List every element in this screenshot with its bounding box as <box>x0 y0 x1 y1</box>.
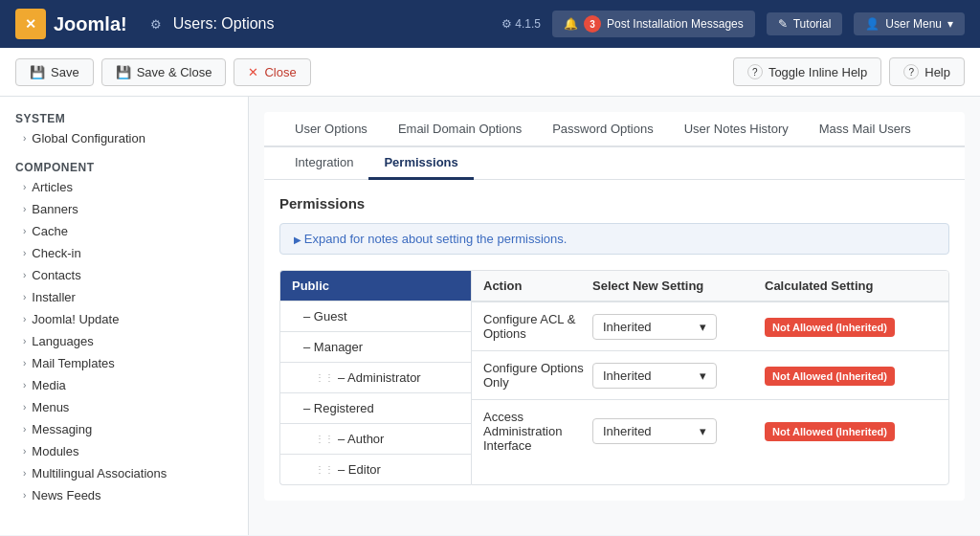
notification-badge: 3 <box>584 15 601 33</box>
sidebar-item-messaging[interactable]: › Messaging <box>0 418 248 440</box>
logo-text: Joomla! <box>54 13 127 35</box>
sidebar-item-modules[interactable]: › Modules <box>0 440 248 462</box>
header-calculated: Calculated Setting <box>765 279 937 293</box>
not-allowed-badge: Not Allowed (Inherited) <box>765 422 895 441</box>
dropdown-configure-acl[interactable]: Inherited ▾ <box>592 314 717 340</box>
select-configure-options[interactable]: Inherited ▾ <box>592 363 765 389</box>
sidebar-label: Articles <box>32 180 73 194</box>
sidebar-label: Messaging <box>32 422 92 436</box>
save-label: Save <box>51 65 79 79</box>
tab-user-notes-history[interactable]: User Notes History <box>669 112 804 147</box>
group-guest[interactable]: – Guest <box>280 302 471 332</box>
navbar: ✕ Joomla! ⚙ Users: Options ⚙ 4.1.5 🔔 3 P… <box>0 0 980 48</box>
sidebar-item-articles[interactable]: › Articles <box>0 176 248 198</box>
sub-tab-label: Integration <box>295 155 353 169</box>
select-access-admin[interactable]: Inherited ▾ <box>592 418 765 444</box>
tab-password[interactable]: Password Options <box>537 112 669 147</box>
group-editor[interactable]: ⋮⋮ – Editor <box>280 455 471 484</box>
post-install-button[interactable]: 🔔 3 Post Installation Messages <box>552 11 755 37</box>
sidebar-item-contacts[interactable]: › Contacts <box>0 264 248 286</box>
groups-list: Public – Guest – Manager ⋮⋮ – Administra… <box>279 270 471 485</box>
action-configure-options: Configure Options Only <box>483 361 592 390</box>
group-author[interactable]: ⋮⋮ – Author <box>280 424 471 455</box>
tab-mass-mail[interactable]: Mass Mail Users <box>804 112 926 147</box>
header-select: Select New Setting <box>592 279 765 293</box>
chevron-icon: › <box>23 133 26 144</box>
chevron-icon: › <box>23 402 26 413</box>
sidebar-label: Menus <box>32 400 69 414</box>
sidebar-item-news-feeds[interactable]: › News Feeds <box>0 484 248 506</box>
sidebar-item-mail-templates[interactable]: › Mail Templates <box>0 352 248 374</box>
group-manager[interactable]: – Manager <box>280 332 471 363</box>
toggle-inline-help-button[interactable]: ? Toggle Inline Help <box>733 57 881 86</box>
expand-note[interactable]: Expand for notes about setting the permi… <box>279 223 949 255</box>
sidebar-item-global-config[interactable]: › Global Configuration <box>0 127 248 149</box>
header-action: Action <box>483 279 592 293</box>
table-row: Configure ACL & Options Inherited ▾ Not … <box>472 302 948 351</box>
chevron-icon: › <box>23 314 26 324</box>
expand-note-text: Expand for notes about setting the permi… <box>304 232 568 246</box>
sidebar-label: Cache <box>32 224 68 238</box>
group-administrator[interactable]: ⋮⋮ – Administrator <box>280 363 471 393</box>
close-button[interactable]: ✕ Close <box>234 58 310 86</box>
save-close-button[interactable]: 💾 Save & Close <box>101 58 227 86</box>
sidebar-item-multilingual[interactable]: › Multilingual Associations <box>0 462 248 484</box>
chevron-icon: › <box>23 226 26 236</box>
sub-tabs-bar: Integration Permissions <box>264 147 965 180</box>
dropdown-value: Inherited <box>603 368 652 383</box>
calculated-access-admin: Not Allowed (Inherited) <box>765 424 937 438</box>
sidebar-item-joomla-update[interactable]: › Joomla! Update <box>0 308 248 330</box>
chevron-icon: › <box>23 358 26 368</box>
sidebar-item-cache[interactable]: › Cache <box>0 220 248 242</box>
help-icon: ? <box>903 64 919 79</box>
save-button[interactable]: 💾 Save <box>15 58 94 86</box>
sub-tab-permissions[interactable]: Permissions <box>368 147 473 180</box>
bell-icon: 🔔 <box>564 17 578 31</box>
tab-label: Email Domain Options <box>398 122 522 136</box>
tab-email-domain[interactable]: Email Domain Options <box>383 112 537 147</box>
calculated-configure-options: Not Allowed (Inherited) <box>765 368 937 383</box>
permissions-panel: Permissions Expand for notes about setti… <box>264 180 965 501</box>
joomla-logo[interactable]: ✕ Joomla! <box>15 9 127 39</box>
chevron-down-icon: ▾ <box>700 368 706 383</box>
permissions-layout: Public – Guest – Manager ⋮⋮ – Administra… <box>279 270 949 485</box>
sub-tab-integration[interactable]: Integration <box>279 147 368 180</box>
chevron-icon: › <box>23 380 26 391</box>
table-row: Access Administration Interface Inherite… <box>472 400 948 462</box>
toggle-help-icon: ? <box>747 64 763 79</box>
sidebar-item-languages[interactable]: › Languages <box>0 330 248 352</box>
tutorial-button[interactable]: ✎ Tutorial <box>767 12 843 35</box>
user-icon: 👤 <box>865 17 880 31</box>
sidebar-label: News Feeds <box>32 488 100 502</box>
chevron-icon: › <box>23 468 26 479</box>
tabs-bar: User Options Email Domain Options Passwo… <box>264 112 965 147</box>
sidebar-label: Banners <box>32 202 78 216</box>
action-configure-acl: Configure ACL & Options <box>483 312 592 341</box>
chevron-icon: › <box>23 424 26 435</box>
drag-handle-icon: ⋮⋮ <box>315 464 334 475</box>
dropdown-value: Inherited <box>603 424 652 438</box>
sidebar-item-check-in[interactable]: › Check-in <box>0 242 248 264</box>
save-close-label: Save & Close <box>137 65 212 79</box>
sidebar-item-banners[interactable]: › Banners <box>0 198 248 220</box>
tab-user-options[interactable]: User Options <box>279 112 383 147</box>
sidebar-item-installer[interactable]: › Installer <box>0 286 248 308</box>
user-menu-button[interactable]: 👤 User Menu ▾ <box>854 12 965 35</box>
tab-label: Password Options <box>552 122 654 136</box>
tab-label: User Notes History <box>684 122 789 136</box>
permissions-title: Permissions <box>279 195 949 212</box>
select-configure-acl[interactable]: Inherited ▾ <box>592 314 765 340</box>
sidebar-label: Check-in <box>32 246 80 260</box>
dropdown-configure-options[interactable]: Inherited ▾ <box>592 363 717 389</box>
group-registered[interactable]: – Registered <box>280 393 471 424</box>
help-button[interactable]: ? Help <box>889 57 965 86</box>
sidebar-item-media[interactable]: › Media <box>0 374 248 396</box>
drag-handle-icon: ⋮⋮ <box>315 372 334 383</box>
group-public[interactable]: Public <box>280 271 471 302</box>
sidebar-item-menus[interactable]: › Menus <box>0 396 248 418</box>
calculated-configure-acl: Not Allowed (Inherited) <box>765 320 937 334</box>
page-title: Users: Options <box>173 15 275 33</box>
component-section-title: Component <box>0 157 248 176</box>
sidebar: System › Global Configuration Component … <box>0 97 249 535</box>
dropdown-access-admin[interactable]: Inherited ▾ <box>592 418 717 444</box>
